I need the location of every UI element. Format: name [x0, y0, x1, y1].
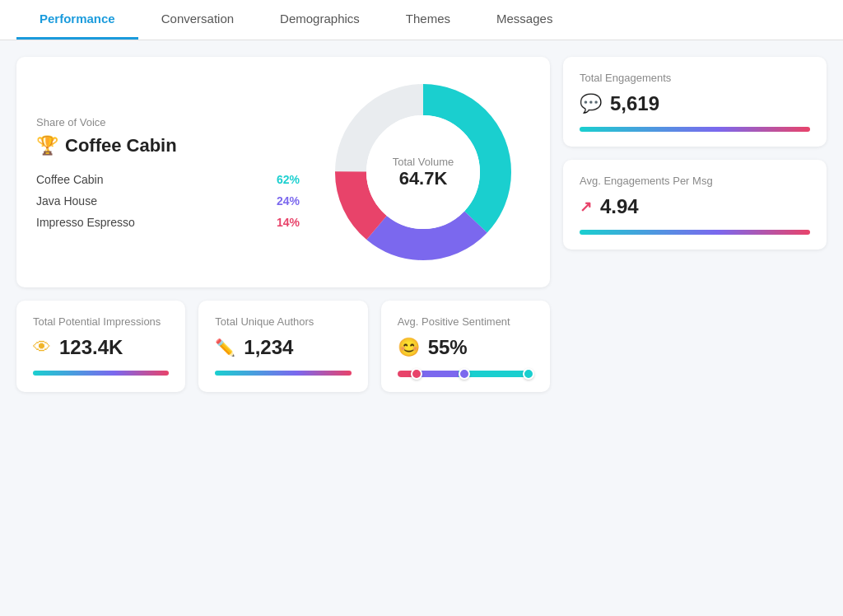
- sentiment-bar: [398, 371, 533, 377]
- share-of-voice-card: Share of Voice 🏆 Coffee Cabin Coffee Cab…: [16, 57, 550, 287]
- impressions-card: Total Potential Impressions 👁 123.4K: [16, 301, 185, 392]
- sentiment-value: 55%: [428, 336, 468, 359]
- sov-item-java-house: Java House 24%: [36, 194, 300, 208]
- avg-engagements-value-row: ↗ 4.94: [580, 195, 810, 218]
- tab-conversation[interactable]: Conversation: [138, 0, 257, 40]
- sentiment-card: Avg. Positive Sentiment 😊 55%: [381, 301, 550, 392]
- tab-messages[interactable]: Messages: [473, 0, 575, 40]
- impressions-value: 123.4K: [59, 336, 123, 359]
- right-column: Total Engagements 💬 5,619 Avg. Engagemen…: [563, 57, 827, 392]
- sentiment-value-row: 😊 55%: [398, 336, 533, 359]
- sentiment-handle-purple[interactable]: [459, 368, 470, 380]
- authors-value-row: ✏️ 1,234: [215, 336, 351, 359]
- smile-icon: 😊: [398, 337, 420, 358]
- main-content: Share of Voice 🏆 Coffee Cabin Coffee Cab…: [0, 40, 843, 408]
- sov-item-pct: 62%: [277, 173, 300, 186]
- svg-point-4: [366, 115, 480, 229]
- authors-card: Total Unique Authors ✏️ 1,234: [198, 301, 367, 392]
- pencil-icon: ✏️: [215, 338, 235, 357]
- authors-progress-bar: [215, 371, 351, 376]
- trophy-icon: 🏆: [36, 135, 58, 156]
- sov-item-impresso: Impresso Espresso 14%: [36, 216, 300, 229]
- sov-items: Coffee Cabin 62% Java House 24% Impresso…: [36, 173, 300, 229]
- total-engagements-value-row: 💬 5,619: [580, 92, 810, 115]
- speech-bubble-icon: 💬: [580, 93, 602, 114]
- impressions-label: Total Potential Impressions: [33, 315, 169, 328]
- avg-engagements-label: Avg. Engagements Per Msg: [580, 175, 810, 187]
- sov-brand: 🏆 Coffee Cabin: [36, 135, 300, 156]
- total-engagements-value: 5,619: [610, 92, 659, 115]
- sov-item-label: Coffee Cabin: [36, 173, 103, 186]
- sov-brand-name: Coffee Cabin: [65, 135, 177, 156]
- sov-item-pct: 14%: [277, 216, 300, 229]
- sov-item-label: Java House: [36, 194, 97, 208]
- impressions-progress-bar: [33, 371, 169, 376]
- total-engagements-label: Total Engagements: [580, 72, 810, 84]
- avg-engagements-progress-bar: [580, 230, 810, 235]
- authors-value: 1,234: [244, 336, 293, 359]
- sov-item-coffee-cabin: Coffee Cabin 62%: [36, 173, 300, 186]
- sov-title: Share of Voice: [36, 116, 300, 128]
- donut-svg: [324, 73, 522, 271]
- engagements-progress-bar: [580, 127, 810, 132]
- sov-left: Share of Voice 🏆 Coffee Cabin Coffee Cab…: [36, 116, 300, 229]
- sov-item-label: Impresso Espresso: [36, 216, 135, 229]
- sentiment-seg-purple: [417, 371, 459, 377]
- impressions-value-row: 👁 123.4K: [33, 336, 169, 359]
- sentiment-label: Avg. Positive Sentiment: [398, 315, 533, 328]
- tab-demographics[interactable]: Demographics: [257, 0, 383, 40]
- authors-label: Total Unique Authors: [215, 315, 351, 328]
- tab-themes[interactable]: Themes: [383, 0, 473, 40]
- total-engagements-card: Total Engagements 💬 5,619: [563, 57, 827, 147]
- nav-tabs: Performance Conversation Demographics Th…: [0, 0, 843, 40]
- bottom-row: Total Potential Impressions 👁 123.4K Tot…: [16, 301, 550, 392]
- avg-engagements-card: Avg. Engagements Per Msg ↗ 4.94: [563, 160, 827, 250]
- sentiment-handle-teal[interactable]: [523, 368, 534, 380]
- sentiment-handle-red[interactable]: [411, 368, 422, 380]
- eye-icon: 👁: [33, 337, 51, 358]
- tab-performance[interactable]: Performance: [16, 0, 138, 40]
- donut-chart: Total Volume 64.7K: [316, 73, 530, 271]
- arrow-up-icon: ↗: [580, 198, 592, 216]
- sov-item-pct: 24%: [277, 194, 300, 208]
- avg-engagements-value: 4.94: [600, 195, 639, 218]
